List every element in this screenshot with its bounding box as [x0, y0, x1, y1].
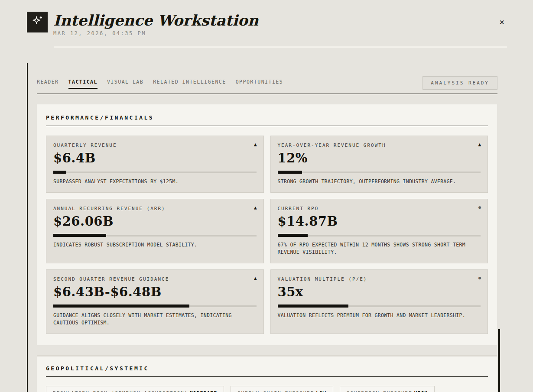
metric-value: 35x: [278, 285, 481, 299]
main-panel: READERTACTICALVISUAL LABRELATED INTELLIG…: [27, 63, 533, 392]
metric-label: VALUATION MULTIPLE (P/E): [278, 276, 481, 282]
metric-progress-bar: [278, 171, 481, 174]
metric-card: QUARTERLY REVENUE ▲ $6.4B SURPASSED ANAL…: [46, 136, 264, 193]
trend-neutral-icon: ●: [478, 275, 481, 280]
risk-chip-level: MODERATE: [190, 390, 217, 392]
tab-visual-lab[interactable]: VISUAL LAB: [107, 79, 143, 89]
app-logo: [27, 12, 48, 32]
report-timestamp: MAR 12, 2026, 04:35 PM: [53, 30, 258, 36]
header-divider: [54, 47, 507, 47]
trend-up-icon: ▲: [478, 142, 481, 147]
metric-label: SECOND QUARTER REVENUE GUIDANCE: [53, 276, 257, 282]
tab-related-intelligence[interactable]: RELATED INTELLIGENCE: [153, 79, 226, 89]
risk-chip-level: LOW: [316, 390, 326, 392]
progress-track: [53, 172, 257, 173]
metric-description: INDICATES ROBUST SUBSCRIPTION MODEL STAB…: [53, 241, 257, 249]
metric-progress-bar: [53, 305, 257, 308]
metric-value: $26.06B: [53, 214, 257, 228]
metric-description: 67% OF RPO EXPECTED WITHIN 12 MONTHS SHO…: [278, 241, 481, 256]
metric-value: 12%: [278, 151, 481, 165]
section-geopolitical-systemic: GEOPOLITICAL/SYSTEMIC REGULATORY RISK (S…: [37, 355, 497, 392]
progress-fill: [278, 171, 302, 174]
metrics-grid: QUARTERLY REVENUE ▲ $6.4B SURPASSED ANAL…: [46, 136, 488, 334]
metric-description: VALUATION REFLECTS PREMIUM FOR GROWTH AN…: [278, 312, 481, 319]
trend-up-icon: ▲: [254, 275, 257, 281]
section-performance-financials: PERFORMANCE/FINANCIALS QUARTERLY REVENUE…: [37, 104, 497, 345]
trend-up-icon: ▲: [254, 142, 257, 147]
risk-chip-label: SOVEREIGN EXPOSURE: [347, 390, 413, 392]
metric-description: GUIDANCE ALIGNS CLOSELY WITH MARKET ESTI…: [53, 312, 257, 327]
metric-progress-bar: [53, 234, 257, 237]
metric-label: CURRENT RPO: [278, 206, 481, 211]
metric-description: SURPASSED ANALYST EXPECTATIONS BY $125M.: [53, 178, 257, 185]
page-title: Intelligence Workstation: [53, 13, 258, 28]
trend-neutral-icon: ●: [478, 205, 481, 210]
scrollbar-thumb[interactable]: [498, 329, 500, 392]
close-icon: ✕: [500, 17, 504, 26]
section-title-divider: [46, 376, 488, 377]
metric-card: SECOND QUARTER REVENUE GUIDANCE ▲ $6.43B…: [46, 269, 264, 334]
section-title: GEOPOLITICAL/SYSTEMIC: [46, 365, 488, 372]
risk-chip-label: REGULATORY RISK (SEMRUSH ACQUISITION): [53, 390, 188, 392]
metric-description: STRONG GROWTH TRAJECTORY, OUTPERFORMING …: [278, 178, 481, 185]
metric-card: ANNUAL RECURRING REVENUE (ARR) ▲ $26.06B…: [46, 199, 264, 263]
risk-chip: SOVEREIGN EXPOSUREHIGH: [340, 386, 435, 392]
metric-card: VALUATION MULTIPLE (P/E) ● 35x VALUATION…: [270, 269, 488, 334]
metric-card: CURRENT RPO ● $14.87B 67% OF RPO EXPECTE…: [270, 199, 488, 263]
risk-chip-level: HIGH: [414, 390, 428, 392]
risk-chip: REGULATORY RISK (SEMRUSH ACQUISITION)MOD…: [46, 386, 224, 392]
progress-track: [278, 235, 481, 236]
progress-fill: [278, 305, 349, 308]
metric-progress-bar: [53, 171, 257, 174]
close-button[interactable]: ✕: [500, 16, 504, 27]
progress-track: [278, 172, 481, 173]
metric-value: $6.4B: [53, 151, 257, 165]
tab-opportunities[interactable]: OPPORTUNITIES: [236, 79, 283, 89]
metric-progress-bar: [278, 234, 481, 237]
trend-up-icon: ▲: [254, 205, 257, 211]
metric-card: YEAR-OVER-YEAR REVENUE GROWTH ▲ 12% STRO…: [270, 136, 488, 193]
metric-label: ANNUAL RECURRING REVENUE (ARR): [53, 206, 257, 211]
tab-bar: READERTACTICALVISUAL LABRELATED INTELLIG…: [37, 76, 497, 91]
metric-label: QUARTERLY REVENUE: [53, 143, 257, 148]
progress-fill: [53, 171, 66, 174]
tab-reader[interactable]: READER: [37, 79, 59, 89]
section-title: PERFORMANCE/FINANCIALS: [46, 114, 488, 121]
metric-value: $6.43B-$6.48B: [53, 285, 257, 299]
metric-value: $14.87B: [278, 214, 481, 228]
risk-chip-label: SUPPLY CHAIN EXPOSURE: [237, 390, 314, 392]
tabs-divider: [37, 94, 497, 94]
sparkle-icon: [31, 15, 43, 29]
risk-chip: SUPPLY CHAIN EXPOSURELOW: [231, 386, 333, 392]
header: Intelligence Workstation MAR 12, 2026, 0…: [0, 0, 533, 47]
progress-fill: [278, 234, 308, 237]
progress-fill: [53, 305, 189, 308]
tab-tactical[interactable]: TACTICAL: [68, 79, 98, 89]
progress-fill: [53, 234, 106, 237]
risk-chips-row: REGULATORY RISK (SEMRUSH ACQUISITION)MOD…: [46, 386, 488, 392]
metric-label: YEAR-OVER-YEAR REVENUE GROWTH: [278, 143, 481, 148]
section-title-divider: [46, 126, 488, 126]
status-badge: ANALYSIS READY: [422, 76, 497, 90]
metric-progress-bar: [278, 305, 481, 308]
